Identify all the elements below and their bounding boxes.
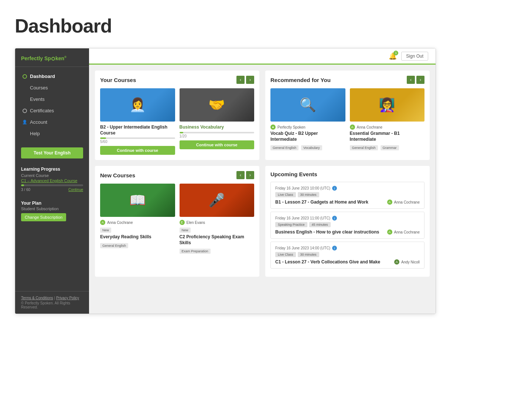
continue-b2-button[interactable]: Continue with course bbox=[100, 146, 175, 155]
rec-course-name-grammar: Essential Grammar - B1 Intermediate bbox=[350, 131, 425, 142]
rec-card-vocab-quiz: ● Perfectly Spoken Vocab Quiz - B2 Upper… bbox=[270, 88, 345, 150]
event-date-3: Friday 16 June 2023 14:00 (UTC) bbox=[275, 246, 330, 250]
upcoming-events-title: Upcoming Events bbox=[270, 171, 317, 177]
rec-tag-general-english: General English bbox=[270, 145, 299, 150]
course-progress-bar bbox=[21, 184, 83, 186]
sidebar-item-dashboard[interactable]: Dashboard bbox=[15, 71, 89, 82]
new-card-speaking: E Elen Evans New C2 Proficiency Speaking… bbox=[180, 184, 255, 254]
ps-instructor-name: Perfectly Spoken bbox=[277, 125, 306, 129]
new-badge-reading: New bbox=[100, 228, 111, 233]
sidebar-item-courses[interactable]: Courses bbox=[15, 82, 89, 93]
course-name-b2: B2 - Upper Intermediate English Course bbox=[100, 125, 175, 136]
learning-progress-section: Learning Progress Current Course C1 – Ad… bbox=[15, 163, 89, 193]
sign-out-button[interactable]: Sign Out bbox=[401, 52, 428, 61]
new-badge-speaking: New bbox=[180, 228, 191, 233]
new-tag-exam: Exam Preparation bbox=[180, 249, 211, 254]
your-courses-title: Your Courses bbox=[100, 77, 136, 83]
recommended-panel: Recommended for You ‹ › ● Perfectly Spok… bbox=[265, 71, 430, 160]
course-card-b2: B2 - Upper Intermediate English Course 5… bbox=[100, 88, 175, 155]
sidebar-item-account[interactable]: 👤 Account bbox=[15, 116, 89, 128]
page-title: Dashboard bbox=[15, 15, 517, 37]
your-courses-panel: Your Courses ‹ › B2 - Upper Intermediate… bbox=[95, 71, 259, 160]
elen-name: Elen Evans bbox=[187, 221, 205, 225]
new-courses-title: New Courses bbox=[100, 172, 135, 178]
event-item-2: Friday 16 June 2023 11:00 (UTC) i Speaki… bbox=[270, 212, 424, 239]
privacy-link[interactable]: Privacy Policy bbox=[56, 296, 79, 300]
event-tag-speaking-2: Speaking Practice bbox=[275, 222, 307, 227]
notification-icon[interactable]: 🔔 1 bbox=[389, 52, 397, 60]
circle-outline-icon bbox=[23, 109, 27, 113]
new-courses-panel: New Courses ‹ › A Anna Cochrane New bbox=[95, 166, 259, 277]
test-your-english-button[interactable]: Test Your English bbox=[21, 147, 83, 158]
your-courses-next-button[interactable]: › bbox=[246, 76, 254, 84]
upcoming-events-panel: Upcoming Events Friday 16 June 2023 10:0… bbox=[265, 166, 430, 277]
event-instructor-avatar-1: A bbox=[387, 200, 392, 205]
new-courses-prev-button[interactable]: ‹ bbox=[236, 171, 245, 179]
rec-thumb-vocab-quiz bbox=[270, 88, 345, 122]
event-tag-duration-2: 45 minutes bbox=[309, 222, 331, 227]
event-date-1: Friday 16 June 2023 10:00 (UTC) bbox=[275, 186, 330, 190]
event-title-3: C1 - Lesson 27 - Verb Collocations Give … bbox=[275, 259, 391, 265]
terms-link[interactable]: Terms & Conditions bbox=[21, 296, 53, 300]
anna-instructor-name: Anna Cochrane bbox=[357, 125, 383, 129]
sections-grid: Your Courses ‹ › B2 - Upper Intermediate… bbox=[89, 65, 436, 283]
your-plan-section: Your Plan Student Subscription Change Su… bbox=[15, 197, 89, 223]
recommended-cards: ● Perfectly Spoken Vocab Quiz - B2 Upper… bbox=[270, 88, 424, 150]
change-subscription-button[interactable]: Change Subscription bbox=[21, 213, 66, 221]
event-title-2: Business English - How to give clear ins… bbox=[275, 229, 384, 235]
new-thumb-speaking bbox=[180, 184, 255, 217]
active-dot-icon bbox=[23, 74, 27, 79]
course-card-vocab: Business Vocabulary 1/20 Continue with c… bbox=[180, 88, 255, 155]
recommended-next-button[interactable]: › bbox=[416, 76, 424, 84]
anna-avatar-2: A bbox=[100, 220, 105, 225]
new-courses-cards: A Anna Cochrane New Everyday Reading Ski… bbox=[100, 184, 254, 254]
rec-card-grammar: A Anna Cochrane Essential Grammar - B1 I… bbox=[350, 88, 425, 150]
event-date-2: Friday 16 June 2023 11:00 (UTC) bbox=[275, 216, 330, 220]
rec-tag-vocabulary: Vocabulary bbox=[301, 145, 322, 150]
rec-course-name-vocab: Vocab Quiz - B2 Upper Intermediate bbox=[270, 131, 345, 142]
event-tag-live-3: Live Class bbox=[275, 252, 296, 257]
course-name-vocab: Business Vocabulary bbox=[180, 125, 255, 130]
main-header: 🔔 1 Sign Out bbox=[89, 48, 436, 65]
new-card-reading: A Anna Cochrane New Everyday Reading Ski… bbox=[100, 184, 175, 254]
sidebar-item-certificates[interactable]: Certificates bbox=[15, 105, 89, 116]
current-course-link[interactable]: C1 – Advanced English Course bbox=[21, 178, 83, 183]
event-title-1: B1 - Lesson 27 - Gadgets at Home and Wor… bbox=[275, 200, 384, 205]
new-course-name-reading: Everyday Reading Skills bbox=[100, 234, 175, 240]
copyright-text: © Perfectly Spoken. All Rights Reserved. bbox=[21, 301, 83, 309]
course-progress-bar-b2 bbox=[100, 137, 175, 139]
sidebar-item-events[interactable]: Events bbox=[15, 93, 89, 105]
event-info-icon-1[interactable]: i bbox=[332, 186, 337, 191]
current-course-label: Current Course bbox=[21, 173, 83, 178]
event-tag-live-1: Live Class bbox=[275, 192, 296, 197]
recommended-title: Recommended for You bbox=[270, 77, 331, 83]
event-info-icon-3[interactable]: i bbox=[332, 246, 337, 250]
sidebar-footer: Terms & Conditions | Privacy Policy © Pe… bbox=[15, 291, 89, 314]
your-courses-prev-button[interactable]: ‹ bbox=[236, 76, 245, 84]
new-courses-next-button[interactable]: › bbox=[246, 171, 254, 179]
app-container: Perfectly Spken® Dashboard Courses Event… bbox=[15, 48, 436, 314]
your-courses-cards: B2 - Upper Intermediate English Course 5… bbox=[100, 88, 254, 155]
progress-text: 3 / 60 bbox=[21, 188, 30, 192]
event-tag-duration-3: 30 minutes bbox=[298, 252, 319, 257]
sidebar-item-help[interactable]: Help bbox=[15, 128, 89, 139]
rec-tag-grammar: Grammar bbox=[381, 145, 399, 150]
event-tag-duration-1: 30 minutes bbox=[298, 192, 319, 197]
event-instructor-avatar-2: A bbox=[387, 229, 392, 235]
elen-avatar: E bbox=[180, 220, 185, 225]
continue-vocab-button[interactable]: Continue with course bbox=[180, 140, 255, 149]
continue-link[interactable]: Continue bbox=[68, 188, 83, 192]
main-content: 🔔 1 Sign Out Your Courses ‹ › bbox=[89, 48, 436, 314]
your-plan-title: Your Plan bbox=[21, 201, 83, 206]
event-item-1: Friday 16 June 2023 10:00 (UTC) i Live C… bbox=[270, 182, 424, 209]
ps-avatar: ● bbox=[270, 125, 276, 130]
event-instructor-name-2: Anna Cochrane bbox=[394, 230, 420, 234]
recommended-prev-button[interactable]: ‹ bbox=[407, 76, 415, 84]
person-icon: 👤 bbox=[23, 120, 27, 125]
logo-circle-icon bbox=[51, 57, 55, 61]
event-instructor-avatar-3: A bbox=[394, 259, 399, 265]
event-info-icon-2[interactable]: i bbox=[332, 216, 337, 221]
new-tag-general: General English bbox=[100, 243, 128, 248]
new-course-name-speaking: C2 Proficiency Speaking Exam Skills bbox=[180, 234, 255, 246]
subscription-label: Student Subscription bbox=[21, 207, 83, 211]
